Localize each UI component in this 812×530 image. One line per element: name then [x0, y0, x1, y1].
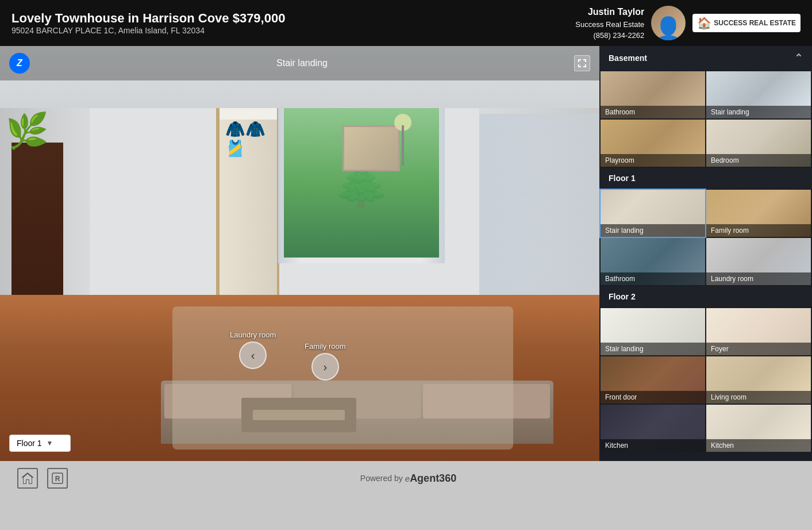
room-thumb-stairlanding-b[interactable]: Stair landing	[706, 71, 811, 118]
room-thumb-playroom-label: Playroom	[601, 154, 705, 167]
footer: R Powered by eAgent360	[0, 461, 812, 496]
section-floor1-grid: Stair landing Family room Bathroom Laund…	[599, 189, 812, 286]
agent-info: Justin Taylor Success Real Estate (858) …	[575, 5, 644, 41]
brand-icon: 🏠	[697, 16, 711, 30]
hotspot-laundry-arrow-icon: ‹	[251, 349, 255, 362]
section-basement: Basement ⌃ Bathroom Stair landing Playro…	[599, 46, 812, 168]
powered-by-text: Powered by	[360, 474, 403, 483]
property-address: 95024 BARCLAY PLACE 1C, Amelia Island, F…	[11, 26, 285, 35]
pano-floor	[0, 295, 599, 461]
room-thumb-foyer-f2[interactable]: Foyer	[706, 308, 811, 355]
floor-dropdown-arrow-icon: ▼	[47, 439, 53, 447]
room-thumb-foyer-f2-label: Foyer	[706, 343, 811, 355]
section-basement-grid: Bathroom Stair landing Playroom Bedroom	[599, 70, 812, 168]
floor-dropdown-value: Floor 1	[17, 439, 42, 448]
property-title: Lovely Townhouse in Harrison Cove $379,0…	[11, 11, 285, 26]
room-thumb-bathroom-b-label: Bathroom	[601, 106, 705, 118]
hotspot-laundry-room[interactable]: Laundry room ‹	[230, 331, 276, 369]
realtor-icon: R	[47, 468, 68, 489]
room-thumb-stairlanding-f1[interactable]: Stair landing	[601, 190, 705, 237]
room-thumb-kitchen-f2b-label: Kitchen	[706, 439, 811, 452]
section-basement-toggle-icon[interactable]: ⌃	[794, 52, 803, 64]
brand-italic: e	[405, 474, 410, 483]
room-thumb-stairlanding-b-label: Stair landing	[706, 106, 811, 118]
room-thumb-bedroom-b[interactable]: Bedroom	[706, 120, 811, 167]
hotspot-family-label: Family room	[305, 342, 346, 351]
hotspot-laundry-label: Laundry room	[230, 331, 276, 339]
agent-phone: (858) 234-2262	[575, 30, 644, 41]
hotspot-family-room[interactable]: Family room ›	[305, 342, 346, 381]
room-thumb-familyroom-f1[interactable]: Family room	[706, 190, 811, 237]
pano-walls: 🌿 🧥🧥🎽 🌲	[0, 108, 599, 295]
hotspot-family-circle[interactable]: ›	[311, 353, 339, 381]
brand-logo: 🏠 SUCCESS REAL ESTATE	[692, 14, 801, 32]
pano-wall-right	[479, 108, 599, 295]
room-thumb-stairlanding-f1-label: Stair landing	[601, 224, 705, 237]
room-thumb-kitchen-f2a[interactable]: Kitchen	[601, 405, 705, 452]
section-basement-header[interactable]: Basement ⌃	[599, 46, 812, 70]
section-floor2-grid: Stair landing Foyer Front door Living ro…	[599, 307, 812, 453]
section-floor2-header[interactable]: Floor 2	[599, 286, 812, 307]
zillow-icon[interactable]: Z	[9, 53, 30, 74]
room-thumb-bathroom-f1[interactable]: Bathroom	[601, 238, 705, 285]
room-thumb-livingroom-f2-label: Living room	[706, 391, 811, 404]
room-thumb-bedroom-b-label: Bedroom	[706, 154, 811, 167]
panorama-top-bar: Z Stair landing	[0, 46, 599, 80]
svg-text:R: R	[55, 475, 60, 483]
current-room-label: Stair landing	[276, 58, 328, 68]
room-thumb-frontdoor-f2[interactable]: Front door	[601, 356, 705, 404]
header-right: Justin Taylor Success Real Estate (858) …	[575, 5, 801, 41]
footer-icons: R	[17, 468, 68, 489]
panorama-viewer[interactable]: 🌿 🧥🧥🎽 🌲	[0, 46, 599, 461]
room-thumb-playroom[interactable]: Playroom	[601, 120, 705, 167]
section-floor2-label: Floor 2	[609, 292, 636, 301]
room-thumb-laundryroom-f1[interactable]: Laundry room	[706, 238, 811, 285]
section-floor2: Floor 2 Stair landing Foyer Front door	[599, 286, 812, 461]
room-thumb-bathroom-b[interactable]: Bathroom	[601, 71, 705, 118]
pano-wall-left: 🌿	[0, 108, 90, 295]
section-floor1-label: Floor 1	[609, 174, 636, 183]
main-area: 🌿 🧥🧥🎽 🌲	[0, 46, 812, 461]
pano-wall-center: 🧥🧥🎽 🌲	[90, 108, 479, 295]
floor-dropdown[interactable]: Floor 1 ▼	[9, 435, 71, 452]
room-thumb-laundryroom-f1-label: Laundry room	[706, 272, 811, 285]
header-left: Lovely Townhouse in Harrison Cove $379,0…	[11, 11, 285, 35]
panorama-scene: 🌿 🧥🧥🎽 🌲	[0, 46, 599, 461]
agent-name: Justin Taylor	[575, 5, 644, 19]
room-thumb-kitchen-f2b[interactable]: Kitchen	[706, 405, 811, 452]
scroll-down-indicator[interactable]: ⌄	[599, 453, 812, 461]
footer-powered-by: Powered by eAgent360	[360, 473, 456, 485]
room-thumb-livingroom-f2[interactable]: Living room	[706, 356, 811, 404]
room-thumb-stairlanding-f2[interactable]: Stair landing	[601, 308, 705, 355]
header: Lovely Townhouse in Harrison Cove $379,0…	[0, 0, 812, 46]
room-thumb-bathroom-f1-label: Bathroom	[601, 272, 705, 285]
floor-selector[interactable]: Floor 1 ▼	[9, 435, 71, 452]
hotspot-family-arrow-icon: ›	[323, 360, 327, 374]
section-floor1-header[interactable]: Floor 1	[599, 168, 812, 189]
scroll-down-icon: ⌄	[702, 458, 710, 461]
right-panel: Basement ⌃ Bathroom Stair landing Playro…	[599, 46, 812, 461]
room-thumb-kitchen-f2a-label: Kitchen	[601, 439, 705, 452]
hotspot-laundry-circle[interactable]: ‹	[239, 341, 267, 369]
agent-company: Success Real Estate	[575, 19, 644, 30]
fullscreen-button[interactable]	[574, 55, 590, 71]
brand-text: SUCCESS REAL ESTATE	[714, 19, 796, 27]
brand-bold: Agent360	[410, 473, 456, 484]
equal-housing-icon	[17, 468, 38, 489]
room-thumb-frontdoor-f2-label: Front door	[601, 391, 705, 404]
agent-photo: 👤	[651, 6, 686, 40]
footer-brand-name: eAgent360	[405, 473, 456, 485]
section-basement-label: Basement	[609, 53, 647, 63]
room-thumb-stairlanding-f2-label: Stair landing	[601, 343, 705, 355]
section-floor1: Floor 1 Stair landing Family room Bathro…	[599, 168, 812, 286]
room-thumb-familyroom-f1-label: Family room	[706, 224, 811, 237]
